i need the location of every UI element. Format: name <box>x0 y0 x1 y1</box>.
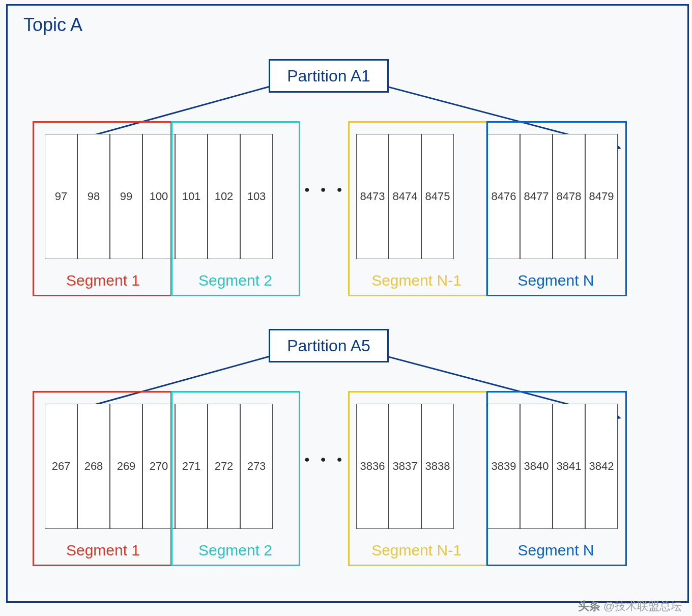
p2-seg4-rect <box>486 391 627 566</box>
p2-ellipsis: ● ● ● <box>304 454 347 465</box>
partition-a5-label: Partition A5 <box>287 337 370 355</box>
p2-seg1-rect <box>33 391 172 566</box>
partition-a5-box: Partition A5 <box>269 329 389 362</box>
p1-seg3-rect <box>348 121 487 296</box>
p2-seg1-label: Segment 1 <box>41 542 165 559</box>
partition-a1-box: Partition A1 <box>269 59 389 93</box>
diagram-stage: Topic A Partition A1 97 98 99 100 101 10… <box>0 0 692 616</box>
p1-seg3-label: Segment N-1 <box>354 272 479 289</box>
p1-seg4-label: Segment N <box>494 272 618 289</box>
p2-seg2-rect <box>171 391 300 566</box>
p1-seg2-rect <box>171 121 300 296</box>
watermark-prefix: 头条 <box>578 600 600 612</box>
p1-seg4-rect <box>486 121 627 296</box>
topic-title: Topic A <box>23 14 82 36</box>
p1-seg1-rect <box>33 121 172 296</box>
p2-seg3-label: Segment N-1 <box>354 542 479 559</box>
p1-ellipsis: ● ● ● <box>304 184 347 195</box>
p2-seg4-label: Segment N <box>494 542 618 559</box>
p2-seg2-label: Segment 2 <box>173 542 298 559</box>
p2-seg3-rect <box>348 391 487 566</box>
partition-a1-label: Partition A1 <box>287 67 370 86</box>
p1-seg1-label: Segment 1 <box>41 272 165 289</box>
p1-seg2-label: Segment 2 <box>173 272 298 289</box>
watermark-handle: @技术联盟总坛 <box>603 600 682 612</box>
watermark: 头条 @技术联盟总坛 <box>578 599 682 614</box>
